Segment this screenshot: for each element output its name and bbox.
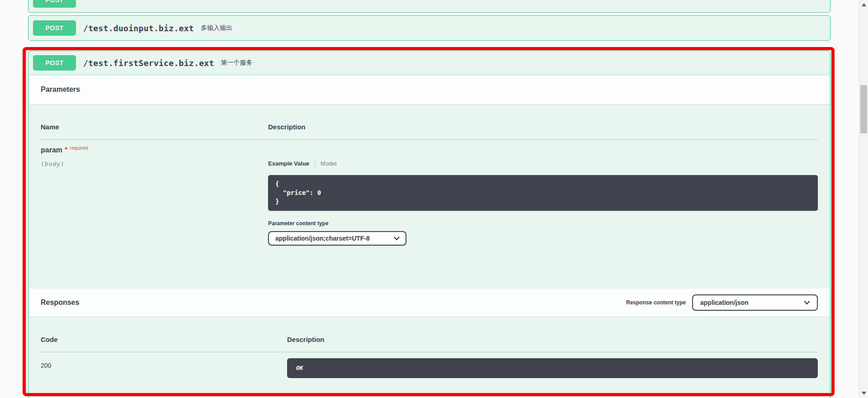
column-header-name: Name: [41, 123, 268, 131]
opblock-summary-first-service[interactable]: POST /test.firstService.biz.ext 第一个服务: [28, 51, 830, 75]
opblock-duoinput: POST /test.duoinput.biz.ext 多输入输出: [28, 15, 830, 41]
method-badge-post: POST: [33, 20, 76, 36]
parameter-name-cell: param*required (body): [41, 146, 268, 246]
endpoint-summary: 第一个服务: [221, 59, 253, 67]
endpoint-path: /test.duoinput.biz.ext: [83, 24, 194, 33]
method-badge-post: POST: [33, 55, 76, 71]
model-example-tabs: Example Value Model: [268, 160, 818, 167]
endpoint-path: /test.firstService.biz.ext: [83, 58, 214, 68]
tab-example-value[interactable]: Example Value: [268, 160, 309, 167]
response-content-type-select[interactable]: application/json: [692, 294, 818, 311]
response-row-200: 200 OK: [41, 352, 818, 398]
opblock-partial-top: POST: [28, 0, 830, 13]
scroll-down-arrow-icon[interactable]: [862, 392, 866, 395]
parameter-content-type-value: application/json;charset=UTF-8: [275, 235, 370, 242]
method-badge-post: POST: [33, 0, 76, 8]
parameter-content-type-select[interactable]: application/json;charset=UTF-8: [268, 231, 406, 246]
response-content-type-label: Response content type: [626, 299, 686, 306]
example-value-json: { "price": 0 }: [268, 175, 818, 211]
opblock-first-service: POST /test.firstService.biz.ext 第一个服务 Pa…: [28, 51, 830, 398]
parameter-row: param*required (body) Example Value Mode…: [41, 140, 818, 289]
api-operations-list: POST POST /test.duoinput.biz.ext 多输入输出 P…: [28, 0, 830, 398]
chevron-down-icon: [393, 235, 400, 242]
chevron-down-icon: [803, 299, 811, 306]
column-header-description: Description: [268, 123, 818, 131]
scrollbar-thumb[interactable]: [860, 85, 867, 133]
parameters-table-head: Name Description: [41, 123, 818, 131]
response-content-type-value: application/json: [700, 299, 749, 306]
tab-model[interactable]: Model: [321, 160, 336, 167]
endpoint-summary: 多输入输出: [201, 24, 232, 32]
responses-table-head: Code Description: [41, 336, 818, 343]
responses-title: Responses: [41, 298, 79, 307]
opblock-summary-partial[interactable]: POST: [28, 0, 830, 12]
column-header-description: Description: [287, 336, 818, 343]
parameter-name: param*required: [41, 146, 268, 154]
response-description: OK: [287, 358, 818, 378]
scroll-up-arrow-icon[interactable]: [862, 3, 866, 6]
responses-section-header: Responses Response content type applicat…: [28, 289, 830, 317]
responses-table: Code Description 200 OK: [28, 336, 830, 398]
column-header-code: Code: [41, 336, 287, 343]
parameter-content-type-label: Parameter content type: [268, 220, 818, 227]
scrollbar[interactable]: [859, 0, 868, 398]
response-content-type-group: Response content type application/json: [626, 294, 818, 311]
required-asterisk: *: [65, 146, 67, 154]
parameters-section-header: Parameters: [28, 75, 830, 104]
parameters-table: Name Description param*required (body) E…: [28, 123, 830, 289]
required-label: required: [70, 145, 88, 151]
response-description-cell: OK: [287, 358, 818, 378]
response-code: 200: [41, 358, 287, 378]
parameter-name-text: param: [41, 146, 62, 154]
parameter-description-cell: Example Value Model { "price": 0 } Param…: [268, 146, 818, 246]
parameter-location: (body): [41, 161, 268, 167]
tab-separator: [315, 160, 315, 167]
opblock-summary-duoinput[interactable]: POST /test.duoinput.biz.ext 多输入输出: [28, 16, 830, 40]
parameters-title: Parameters: [41, 85, 80, 94]
